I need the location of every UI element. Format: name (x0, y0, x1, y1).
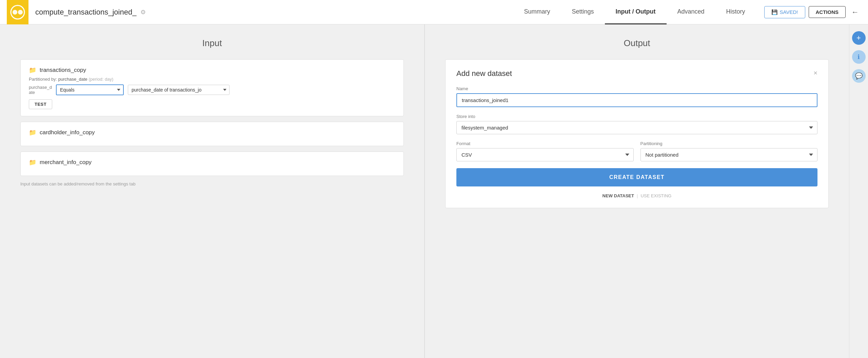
join-target-select[interactable]: purchase_date of transactions_jo (128, 85, 230, 95)
input-footer-note: Input datasets can be added/removed from… (20, 181, 404, 186)
toggle-new[interactable]: NEW DATASET (603, 193, 634, 198)
actions-button[interactable]: ACTIONS (809, 6, 846, 18)
dataset-header-merchant: 📁 merchant_info_copy (29, 159, 395, 166)
logo-icon (10, 5, 25, 20)
dataset-header-transactions: 📁 transactions_copy (29, 66, 395, 74)
nav-tabs: Summary Settings Input / Output Advanced… (513, 0, 756, 24)
plus-icon: + (856, 34, 861, 42)
folder-icon-merchant: 📁 (29, 159, 36, 166)
svg-point-1 (13, 10, 17, 15)
tab-settings[interactable]: Settings (561, 0, 605, 24)
tab-summary[interactable]: Summary (513, 0, 561, 24)
name-input[interactable] (456, 93, 817, 107)
dataset-card-transactions-copy: 📁 transactions_copy Partitioned by: purc… (20, 59, 404, 116)
logo (7, 0, 28, 24)
save-icon: 💾 (771, 9, 778, 15)
store-into-label: Store into (456, 114, 817, 119)
folder-icon-cardholder: 📁 (29, 129, 36, 136)
partition-detail: (period: day) (88, 77, 113, 82)
dataset-card-merchant: 📁 merchant_info_copy (20, 152, 404, 176)
dataset-header-cardholder: 📁 cardholder_info_copy (29, 129, 395, 136)
add-dataset-title: Add new dataset (456, 69, 817, 78)
info-sidebar-button[interactable]: ℹ (852, 50, 866, 64)
join-row: purchase_date Equals Not Equals Less tha… (29, 84, 395, 95)
dataset-card-cardholder: 📁 cardholder_info_copy (20, 122, 404, 146)
dataset-toggle: NEW DATASET | USE EXISTING (456, 193, 817, 198)
main-content: Input 📁 transactions_copy Partitioned by… (0, 24, 868, 358)
name-label: Name (456, 86, 817, 91)
partitioning-form-group: Partitioning Not partitioned By day By m… (640, 141, 818, 161)
toggle-separator: | (637, 193, 638, 198)
format-label: Format (456, 141, 634, 146)
input-panel-title: Input (20, 38, 404, 48)
store-into-select[interactable]: filesystem_managed hdfs s3 (456, 121, 817, 134)
format-form-group: Format CSV Parquet JSON Avro (456, 141, 634, 161)
saved-button[interactable]: 💾 SAVED! (764, 6, 805, 18)
chat-sidebar-button[interactable]: 💬 (852, 69, 866, 83)
topbar: compute_transactions_joined_ ⚙ Summary S… (0, 0, 868, 24)
input-panel: Input 📁 transactions_copy Partitioned by… (0, 24, 424, 358)
dataset-name-cardholder: cardholder_info_copy (40, 129, 95, 136)
close-button[interactable]: × (813, 69, 817, 77)
back-button[interactable]: ← (849, 6, 861, 18)
join-field-label: purchase_date (29, 85, 52, 95)
partitioning-select[interactable]: Not partitioned By day By month By year (640, 148, 818, 161)
test-button[interactable]: TEST (29, 99, 52, 109)
partitioning-label: Partitioning (640, 141, 818, 146)
recipe-title: compute_transactions_joined_ (35, 8, 136, 17)
store-into-form-group: Store into filesystem_managed hdfs s3 (456, 114, 817, 134)
output-panel: Output Add new dataset × Name Store into… (425, 24, 849, 358)
folder-icon-transactions: 📁 (29, 66, 36, 74)
partition-value: purchase_date (58, 77, 87, 82)
dataset-name-merchant: merchant_info_copy (40, 159, 92, 166)
name-form-group: Name (456, 86, 817, 107)
add-sidebar-button[interactable]: + (852, 31, 866, 45)
output-panel-title: Output (445, 38, 829, 48)
toggle-existing[interactable]: USE EXISTING (640, 193, 671, 198)
dataset-name-transactions: transactions_copy (40, 67, 86, 74)
create-dataset-button[interactable]: CREATE DATASET (456, 168, 817, 186)
tab-input-output[interactable]: Input / Output (605, 0, 667, 24)
partition-info: Partitioned by: purchase_date (period: d… (29, 77, 395, 82)
format-select[interactable]: CSV Parquet JSON Avro (456, 148, 634, 161)
tab-advanced[interactable]: Advanced (667, 0, 715, 24)
recipe-settings-icon[interactable]: ⚙ (140, 8, 146, 16)
partition-label: Partitioned by: (29, 77, 57, 82)
tab-history[interactable]: History (715, 0, 756, 24)
svg-point-2 (18, 10, 23, 15)
right-sidebar: + ℹ 💬 (849, 24, 868, 358)
condition-select[interactable]: Equals Not Equals Less than Greater than (56, 84, 124, 95)
format-partition-row: Format CSV Parquet JSON Avro Partitionin… (456, 141, 817, 168)
add-dataset-card: Add new dataset × Name Store into filesy… (445, 59, 829, 208)
chat-icon: 💬 (855, 72, 863, 80)
info-icon: ℹ (857, 53, 860, 61)
